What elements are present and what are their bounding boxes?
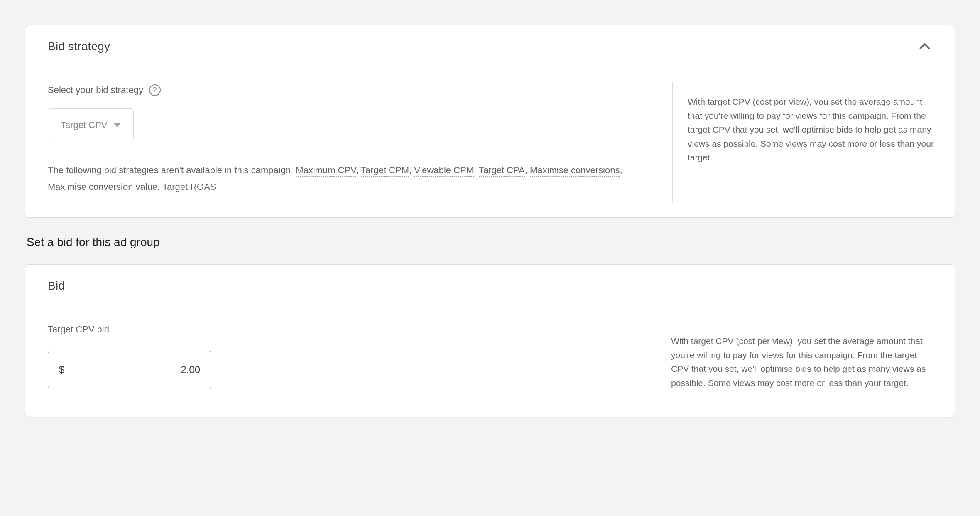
bid-strategy-card: Bid strategy Select your bid strategy ? … bbox=[25, 25, 955, 218]
bid-strategy-selected-value: Target CPV bbox=[61, 118, 108, 132]
chevron-up-icon[interactable] bbox=[917, 39, 932, 54]
bid-help-panel: With target CPV (cost per view), you set… bbox=[656, 322, 955, 402]
currency-symbol: $ bbox=[59, 362, 64, 377]
bid-strategy-left: Select your bid strategy ? Target CPV Th… bbox=[25, 68, 672, 217]
target-cpv-bid-label: Target CPV bid bbox=[48, 322, 633, 336]
bid-card: Bid Target CPV bid $ With target CPV (co… bbox=[25, 264, 955, 417]
bid-input-wrap[interactable]: $ bbox=[48, 351, 211, 388]
bid-card-title: Bid bbox=[48, 277, 65, 295]
unavailable-strategy[interactable]: Viewable CPM bbox=[414, 165, 474, 177]
unavailable-strategy[interactable]: Target CPM bbox=[361, 165, 409, 177]
unavailable-prefix: The following bid strategies aren't avai… bbox=[48, 165, 296, 175]
select-bid-strategy-label-row: Select your bid strategy ? bbox=[48, 83, 650, 97]
help-icon[interactable]: ? bbox=[149, 84, 161, 96]
select-bid-strategy-label: Select your bid strategy bbox=[48, 83, 143, 97]
target-cpv-bid-input[interactable] bbox=[64, 364, 200, 376]
bid-strategy-title: Bid strategy bbox=[48, 38, 110, 55]
unavailable-strategy[interactable]: Maximise conversion value bbox=[48, 182, 157, 193]
bid-strategy-header[interactable]: Bid strategy bbox=[25, 25, 955, 68]
bid-strategy-body: Select your bid strategy ? Target CPV Th… bbox=[25, 68, 955, 217]
bid-strategy-select[interactable]: Target CPV bbox=[48, 108, 134, 141]
bid-card-left: Target CPV bid $ bbox=[25, 307, 656, 416]
bid-card-body: Target CPV bid $ With target CPV (cost p… bbox=[25, 307, 955, 416]
unavailable-strategy[interactable]: Target CPA bbox=[479, 165, 525, 177]
bid-card-header: Bid bbox=[25, 265, 955, 307]
unavailable-strategy[interactable]: Maximise conversions bbox=[530, 165, 620, 177]
unavailable-strategy[interactable]: Target ROAS bbox=[162, 182, 216, 193]
unavailable-strategies-text: The following bid strategies aren't avai… bbox=[48, 162, 650, 195]
unavailable-strategy[interactable]: Maximum CPV bbox=[296, 165, 356, 177]
set-bid-heading: Set a bid for this ad group bbox=[27, 233, 955, 251]
bid-strategy-help-panel: With target CPV (cost per view), you set… bbox=[672, 82, 955, 203]
caret-down-icon bbox=[113, 123, 121, 127]
